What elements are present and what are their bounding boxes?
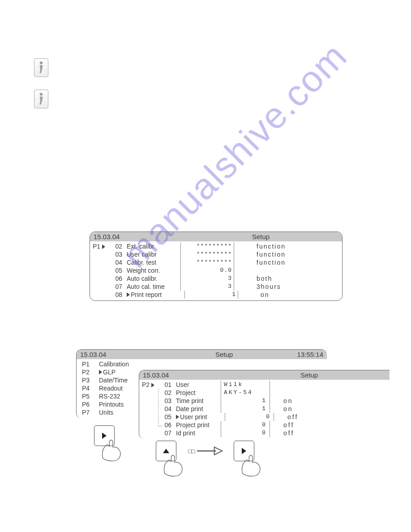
row-desc: function [234, 250, 339, 258]
row-number: 01 [159, 381, 171, 389]
row-value: 0 [221, 421, 270, 429]
menu-item-id: P1 [79, 360, 99, 368]
row-value: 0.0 [180, 266, 234, 275]
group-id: P2 [142, 381, 159, 389]
row-desc: on [270, 397, 306, 405]
menu-item-name: Calibration [99, 360, 324, 368]
row-value: 3 [180, 275, 234, 283]
repeat-dots: □□ [188, 448, 195, 455]
header-date: 15.03.04 [143, 371, 232, 379]
row-value: 1 [221, 405, 270, 413]
header-date: 15.03.04 [94, 233, 183, 240]
setup-panel-p1: 15.03.04 Setup P102Ext. calibr.*********… [90, 232, 342, 301]
row-value: 1 [221, 397, 270, 405]
row-value: 0 [221, 429, 270, 437]
menu-item-id: P6 [79, 400, 99, 408]
row-name: Ext. calibr. [127, 242, 180, 250]
menu-row[interactable]: 05Weight corr.0.0 [93, 266, 339, 275]
row-name: Project [176, 389, 221, 397]
row-value: ********* [180, 258, 234, 266]
header-date: 15.03.04 [80, 351, 170, 358]
menu-row[interactable]: 05User print0off [142, 413, 387, 421]
menu-row[interactable]: 03Time print1on [142, 397, 387, 405]
row-name: Auto calibr. [127, 275, 180, 283]
row-name: Project print [176, 421, 221, 429]
row-desc: function [234, 258, 339, 266]
row-value: 1 [184, 291, 238, 299]
row-desc: on [238, 291, 339, 299]
row-number: 05 [110, 266, 122, 275]
panel-header: 15.03.04 Setup [139, 370, 390, 380]
row-desc: 3hours [234, 283, 339, 291]
row-name: Weight corr. [127, 266, 180, 275]
menu-item-id: P5 [79, 392, 99, 400]
info-icon [34, 90, 48, 108]
panel-body: P102Ext. calibr.*********function03User … [90, 241, 342, 300]
menu-row[interactable]: P102Ext. calibr.*********function [93, 242, 339, 250]
cursor-icon [99, 370, 102, 374]
svg-point-0 [40, 61, 43, 64]
row-desc: on [270, 405, 306, 413]
row-desc: off [270, 421, 306, 429]
group-id: P1 [93, 242, 110, 250]
menu-row[interactable]: 07Id print0off [142, 429, 387, 437]
row-name: Id print [176, 429, 221, 437]
row-desc: off [274, 413, 310, 421]
row-value: 3 [180, 283, 234, 291]
info-icon [34, 58, 48, 77]
header-title: Setup [232, 371, 386, 379]
menu-row[interactable]: 06Auto calibr.3both [93, 275, 339, 283]
repeat-arrow-icon: □□ [188, 445, 224, 457]
row-value: 0 [225, 413, 274, 421]
row-name: User print [180, 413, 225, 421]
menu-item[interactable]: P1Calibration [79, 360, 324, 368]
menu-item-id: P3 [79, 376, 99, 384]
panel-header: 15.03.04 Setup 13:55:14 [77, 350, 327, 359]
row-number: 07 [110, 283, 122, 291]
header-title: Setup [170, 351, 278, 358]
menu-row[interactable]: 04Date print1on [142, 405, 387, 413]
press-right-button-icon [234, 441, 268, 479]
menu-row[interactable]: 02ProjectAKY-54 [142, 389, 387, 397]
row-name: Print report [131, 291, 184, 299]
row-name: Calibr. test [127, 258, 180, 266]
row-number: 04 [110, 258, 122, 266]
row-number: 03 [110, 250, 122, 258]
row-value: ********* [180, 250, 234, 258]
panel-header: 15.03.04 Setup [90, 232, 342, 241]
row-name: User [176, 381, 221, 389]
row-value: AKY-54 [221, 389, 270, 397]
svg-point-1 [40, 93, 43, 95]
menu-row[interactable]: 07Auto cal. time33hours [93, 283, 339, 291]
row-number: 07 [159, 429, 171, 437]
header-time: 13:55:14 [278, 351, 323, 358]
row-name: Date print [176, 405, 221, 413]
cursor-icon [127, 292, 130, 297]
panel-body: P201UserWilk02ProjectAKY-5403Time print1… [139, 380, 390, 439]
menu-row[interactable]: P201UserWilk [142, 381, 387, 389]
row-name: Time print [176, 397, 221, 405]
row-number: 02 [110, 242, 122, 250]
row-number: 06 [110, 275, 122, 283]
menu-row[interactable]: 03User calibr*********function [93, 250, 339, 258]
menu-item-id: P7 [79, 408, 99, 416]
setup-panel-p2: 15.03.04 Setup P201UserWilk02ProjectAKY-… [139, 370, 390, 439]
menu-row[interactable]: 04Calibr. test*********function [93, 258, 339, 266]
row-value: Wilk [221, 381, 270, 389]
cursor-icon [176, 415, 179, 419]
press-up-button-icon [156, 441, 190, 479]
menu-row[interactable]: 08Print report1on [93, 291, 339, 299]
row-value: ********* [180, 242, 234, 250]
row-name: Auto cal. time [127, 283, 180, 291]
row-desc: off [270, 429, 306, 437]
press-right-button-icon [94, 425, 128, 464]
row-name: User calibr [127, 250, 180, 258]
menu-item-id: P4 [79, 384, 99, 392]
row-desc: function [234, 242, 339, 250]
menu-item-id: P2 [79, 368, 99, 376]
header-title: Setup [183, 233, 338, 240]
row-desc: both [234, 275, 339, 283]
row-number: 08 [110, 291, 122, 299]
menu-row[interactable]: 06Project print0off [142, 421, 387, 429]
